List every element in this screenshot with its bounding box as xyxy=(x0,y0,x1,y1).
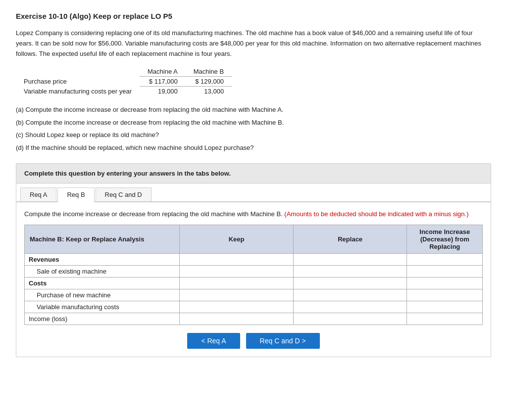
revenues-income-cell xyxy=(407,254,483,266)
prev-button[interactable]: < Req A xyxy=(187,333,240,349)
variable-keep-input[interactable] xyxy=(182,302,291,312)
question-a: (a) Compute the income increase or decre… xyxy=(16,104,491,115)
costs-row: Costs xyxy=(25,278,483,289)
revenues-replace-cell[interactable] xyxy=(293,254,407,266)
income-loss-label: Income (loss) xyxy=(25,313,180,325)
sale-keep-cell[interactable] xyxy=(180,266,294,278)
income-replace-input[interactable] xyxy=(296,314,405,324)
col-header-income: Income Increase (Decrease) from Replacin… xyxy=(407,225,483,254)
analysis-table: Machine B: Keep or Replace Analysis Keep… xyxy=(24,225,483,325)
instruction-box: Complete this question by entering your … xyxy=(16,163,491,184)
next-button[interactable]: Req C and D > xyxy=(246,333,320,349)
income-replace-cell[interactable] xyxy=(293,313,407,325)
tabs-container: Req A Req B Req C and D Compute the inco… xyxy=(16,184,491,358)
machine-a-purchase-price: $ 117,000 xyxy=(140,77,186,87)
machine-b-variable-cost: 13,000 xyxy=(186,87,232,96)
machine-comparison-table: Machine A Machine B Purchase price $ 117… xyxy=(16,67,232,96)
sale-replace-input[interactable] xyxy=(296,267,405,276)
sale-keep-input[interactable] xyxy=(182,267,291,276)
tab-req-c-and-d[interactable]: Req C and D xyxy=(96,187,152,201)
exercise-title: Exercise 10-10 (Algo) Keep or replace LO… xyxy=(16,12,491,20)
revenues-replace-input[interactable] xyxy=(296,255,405,264)
purchase-replace-input[interactable] xyxy=(296,290,405,300)
purchase-keep-cell[interactable] xyxy=(180,289,294,301)
purchase-price-label: Purchase price xyxy=(16,77,140,87)
purchase-replace-cell[interactable] xyxy=(293,289,407,301)
sale-replace-cell[interactable] xyxy=(293,266,407,278)
tab-content-req-b: Compute the income increase or decrease … xyxy=(16,202,491,357)
variable-income-cell xyxy=(407,301,483,313)
variable-mfg-label: Variable manufacturing costs xyxy=(25,301,180,313)
sale-existing-row: Sale of existing machine xyxy=(25,266,483,278)
income-income-cell xyxy=(407,313,483,325)
revenues-row: Revenues xyxy=(25,254,483,266)
purchase-income-cell xyxy=(407,289,483,301)
variable-cost-label: Variable manufacturing costs per year xyxy=(16,87,140,96)
revenues-keep-input[interactable] xyxy=(182,255,291,264)
revenues-label: Revenues xyxy=(25,254,180,266)
sale-existing-label: Sale of existing machine xyxy=(25,266,180,278)
purchase-new-label: Purchase of new machine xyxy=(25,289,180,301)
variable-keep-cell[interactable] xyxy=(180,301,294,313)
questions-section: (a) Compute the income increase or decre… xyxy=(16,104,491,153)
income-loss-row: Income (loss) xyxy=(25,313,483,325)
costs-keep-input[interactable] xyxy=(182,279,291,288)
tabs-bar: Req A Req B Req C and D xyxy=(16,184,491,202)
tab-req-b[interactable]: Req B xyxy=(57,187,94,202)
question-b: (b) Compute the income increase or decre… xyxy=(16,117,491,128)
col-header-analysis: Machine B: Keep or Replace Analysis xyxy=(25,225,180,254)
variable-replace-cell[interactable] xyxy=(293,301,407,313)
costs-income-cell xyxy=(407,278,483,289)
revenues-keep-cell[interactable] xyxy=(180,254,294,266)
costs-replace-input[interactable] xyxy=(296,279,405,288)
col-header-keep: Keep xyxy=(180,225,294,254)
question-d: (d) If the machine should be replaced, w… xyxy=(16,142,491,153)
question-c: (c) Should Lopez keep or replace its old… xyxy=(16,129,491,140)
machine-b-purchase-price: $ 129,000 xyxy=(186,77,232,87)
costs-keep-cell[interactable] xyxy=(180,278,294,289)
income-keep-cell[interactable] xyxy=(180,313,294,325)
exercise-description: Lopez Company is considering replacing o… xyxy=(16,28,491,59)
variable-mfg-row: Variable manufacturing costs xyxy=(25,301,483,313)
tab-req-a[interactable]: Req A xyxy=(20,187,56,201)
costs-label: Costs xyxy=(25,278,180,289)
income-keep-input[interactable] xyxy=(182,314,291,324)
purchase-new-row: Purchase of new machine xyxy=(25,289,483,301)
machine-a-header: Machine A xyxy=(140,67,186,77)
costs-replace-cell[interactable] xyxy=(293,278,407,289)
col-header-replace: Replace xyxy=(293,225,407,254)
tab-instruction: Compute the income increase or decrease … xyxy=(24,209,483,219)
machine-a-variable-cost: 19,000 xyxy=(140,87,186,96)
machine-b-header: Machine B xyxy=(186,67,232,77)
nav-buttons: < Req A Req C and D > xyxy=(24,333,483,349)
sale-income-cell xyxy=(407,266,483,278)
tab-instruction-red: (Amounts to be deducted should be indica… xyxy=(284,210,468,218)
variable-replace-input[interactable] xyxy=(296,302,405,312)
purchase-keep-input[interactable] xyxy=(182,290,291,300)
tab-instruction-main: Compute the income increase or decrease … xyxy=(24,210,283,218)
